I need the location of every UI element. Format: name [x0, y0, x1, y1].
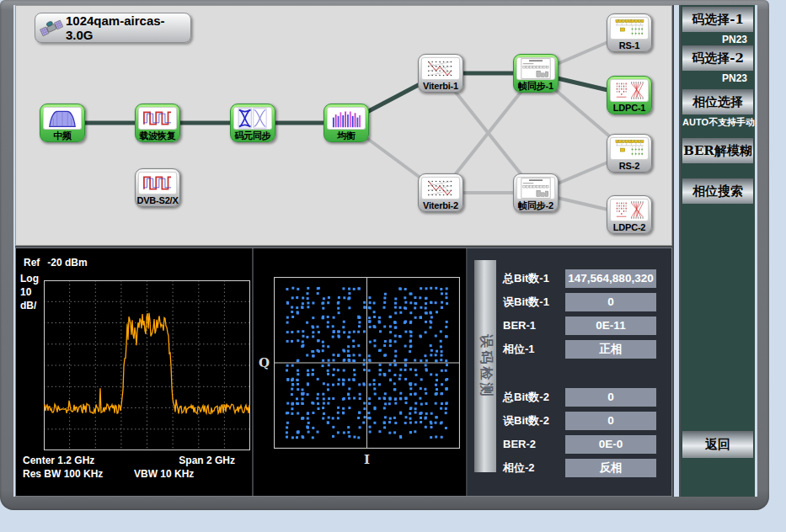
ber-stat-row: BER-20E-0 [503, 435, 666, 454]
stat-label: BER-1 [503, 317, 536, 335]
ldpc-icon [610, 199, 649, 221]
sidebar-button-1[interactable]: 码选择-1 [682, 7, 753, 32]
eye-icon [233, 107, 272, 130]
stat-label: 总Bit数-2 [503, 388, 549, 407]
vbw-readout: VBW 10 KHz [134, 468, 194, 480]
log-line: dB/ [20, 299, 39, 312]
ber-panel: 误码检测 总Bit数-1147,564,880,320误Bit数-10BER-1… [468, 248, 671, 496]
spectrum-ref-readout: Ref -20 dBm [24, 257, 88, 269]
stat-value: 0 [565, 293, 656, 311]
equalizer-icon [327, 107, 366, 130]
log-line: 10 [20, 285, 39, 299]
span-readout: Span 2 GHz [179, 455, 235, 466]
node-eq[interactable]: 均衡 [323, 104, 369, 142]
stat-value: 反相 [565, 459, 656, 477]
center-freq-readout: Center 1.2 GHz [23, 455, 94, 466]
stat-value: 正相 [565, 340, 656, 359]
node-label: 帧同步-2 [514, 200, 558, 212]
i-axis-label: I [274, 452, 460, 467]
spectrum-scale-readout: Log 10 dB/ [20, 272, 39, 312]
ber-stat-row: 相位-2反相 [503, 459, 666, 477]
node-label: DVB-S2/X [136, 194, 179, 207]
sidebar-button-value: AUTO不支持手动 [682, 115, 753, 129]
node-framesync2[interactable]: 帧同步-2 [513, 173, 559, 212]
ber-stat-row: 误Bit数-10 [503, 293, 666, 311]
ber-stat-row: 总Bit数-20 [503, 388, 666, 407]
node-label: LDPC-1 [607, 102, 651, 114]
node-ldpc2[interactable]: LDPC-2 [607, 195, 652, 234]
log-line: Log [20, 272, 39, 285]
squarewave-icon [138, 107, 177, 130]
sidebar-button-3[interactable]: 相位选择 [682, 89, 753, 114]
node-label: 均衡 [324, 130, 368, 142]
ber-strip: 误码检测 [474, 260, 496, 472]
window-chrome: 1024qam-aircas-3.0G 中频载波恢复码元同步均衡DVB-S2/X… [0, 0, 769, 510]
spectrum-plot [44, 280, 250, 450]
sidebar-button-4[interactable]: BER解模糊 [682, 138, 753, 163]
back-button[interactable]: 返回 [682, 431, 753, 458]
ber-stat-row: BER-10E-11 [503, 317, 666, 335]
rs-icon [610, 17, 649, 40]
stat-label: 总Bit数-1 [503, 269, 549, 288]
ber-strip-label: 误码检测 [477, 334, 495, 398]
ber-stat-row: 总Bit数-1147,564,880,320 [503, 269, 666, 288]
squarewave-icon [138, 172, 177, 194]
stat-value: 0 [565, 412, 656, 430]
node-if[interactable]: 中频 [40, 104, 85, 142]
node-label: 帧同步-1 [514, 80, 558, 93]
ber-stat-row: 误Bit数-20 [503, 412, 666, 430]
ber-stat-row: 相位-1正相 [503, 340, 666, 359]
node-viterbi1[interactable]: Viterbi-1 [418, 54, 463, 93]
framesync-icon [516, 177, 555, 200]
ldpc-icon [610, 79, 649, 102]
node-framesync1[interactable]: 帧同步-1 [513, 54, 559, 93]
node-label: Viterbi-1 [419, 80, 463, 93]
sidebar: 码选择-1PN23码选择-2PN23相位选择AUTO不支持手动BER解模糊相位搜… [679, 5, 755, 497]
stat-label: 误Bit数-2 [503, 412, 549, 430]
diagram-panel: 1024qam-aircas-3.0G 中频载波恢复码元同步均衡DVB-S2/X… [15, 5, 672, 246]
ref-value: -20 dBm [47, 257, 87, 269]
main-panel: 1024qam-aircas-3.0G 中频载波恢复码元同步均衡DVB-S2/X… [15, 5, 674, 497]
node-rs1[interactable]: RS-1 [607, 13, 652, 52]
node-dvb[interactable]: DVB-S2/X [135, 168, 180, 207]
trellis-icon [421, 57, 460, 80]
stat-label: 误Bit数-1 [503, 293, 549, 311]
bottom-panel: Ref -20 dBm Log 10 dB/ Center 1.2 GHz Sp… [15, 247, 672, 497]
constellation-plot [274, 277, 460, 449]
q-axis-label: Q [259, 355, 270, 370]
trellis-icon [421, 177, 460, 200]
sidebar-button-value: PN23 [682, 72, 753, 85]
sidebar-button-5[interactable]: 相位搜索 [682, 178, 753, 204]
node-rs2[interactable]: RS-2 [607, 134, 652, 173]
if-spectrum-icon [43, 107, 82, 130]
framesync-icon [516, 57, 555, 80]
node-label: RS-1 [607, 40, 651, 52]
resbw-readout: Res BW 100 KHz [23, 468, 103, 480]
node-viterbi2[interactable]: Viterbi-2 [418, 173, 463, 212]
rs-icon [610, 137, 649, 160]
node-label: Viterbi-2 [419, 200, 463, 212]
ref-label: Ref [24, 257, 40, 269]
node-label: 载波恢复 [136, 130, 179, 142]
stat-label: BER-2 [503, 435, 536, 454]
node-label: RS-2 [607, 160, 651, 173]
sidebar-button-value: PN23 [682, 33, 753, 46]
sidebar-button-2[interactable]: 码选择-2 [682, 45, 753, 71]
node-label: 中频 [40, 130, 84, 142]
stat-value: 0 [565, 388, 656, 407]
node-carrier[interactable]: 载波恢复 [135, 104, 180, 142]
stat-label: 相位-1 [503, 340, 535, 359]
constellation-display: Q I [254, 248, 466, 496]
node-label: LDPC-2 [607, 221, 651, 234]
node-ldpc1[interactable]: LDPC-1 [607, 76, 652, 114]
stat-label: 相位-2 [503, 459, 535, 477]
stat-value: 0E-11 [565, 317, 656, 335]
stat-value: 147,564,880,320 [565, 269, 656, 288]
spectrum-display: Ref -20 dBm Log 10 dB/ Center 1.2 GHz Sp… [16, 248, 252, 496]
window-content: 1024qam-aircas-3.0G 中频载波恢复码元同步均衡DVB-S2/X… [13, 5, 757, 497]
stat-value: 0E-0 [565, 435, 656, 454]
node-symsync[interactable]: 码元同步 [230, 104, 275, 142]
node-label: 码元同步 [231, 130, 275, 142]
